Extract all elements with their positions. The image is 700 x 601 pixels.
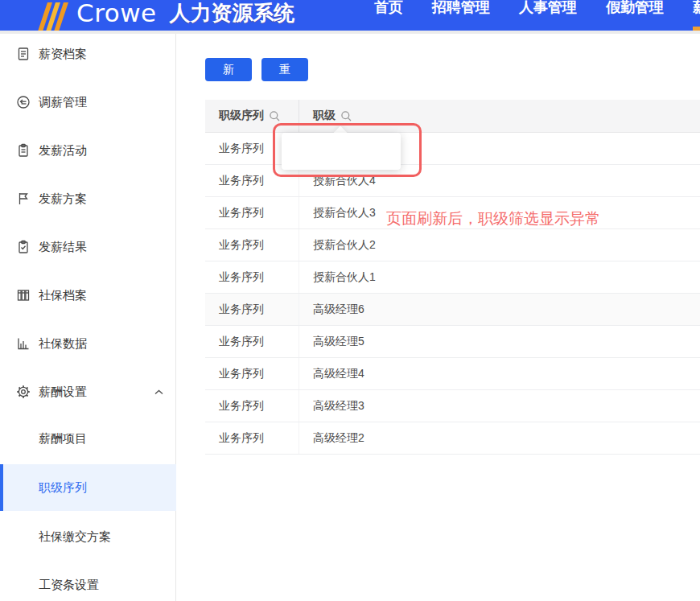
- column-header-level: 职级: [299, 100, 700, 133]
- reset-button[interactable]: 重置: [261, 58, 308, 81]
- bar-chart-icon: [16, 336, 31, 351]
- nav-item-salary-partial[interactable]: 薪: [693, 0, 700, 17]
- sidebar-item-label: 社保数据: [39, 336, 87, 352]
- cell-sequence: 业务序列: [205, 197, 299, 228]
- sidebar-item-label: 薪资档案: [39, 47, 87, 62]
- table-row[interactable]: 业务序列 授薪合伙人4: [205, 165, 700, 197]
- hr-system-app: Crowe 人力资源系统 首页 招聘管理 人事管理 假勤管理 薪 薪资档案: [0, 0, 700, 601]
- table-row[interactable]: 业务序列: [205, 133, 700, 165]
- table-row[interactable]: 业务序列 授薪合伙人2: [205, 229, 700, 261]
- archive-icon: [16, 288, 31, 303]
- cell-sequence: 业务序列: [205, 326, 299, 357]
- cell-level: 高级经理2: [299, 422, 700, 454]
- crowe-logo-icon: [36, 0, 68, 31]
- sidebar-subitem-label: 社保缴交方案: [39, 529, 111, 545]
- flag-icon: [16, 191, 31, 206]
- top-nav-menu: 首页 招聘管理 人事管理 假勤管理 薪: [374, 0, 700, 17]
- sidebar-item-label: 发薪方案: [39, 191, 87, 207]
- sidebar-subitem-label: 职级序列: [39, 480, 87, 496]
- search-filter-icon[interactable]: [269, 110, 281, 122]
- cell-level: 授薪合伙人1: [299, 261, 700, 293]
- sidebar: 薪资档案 调薪管理 发薪活动 发薪方案: [0, 34, 176, 601]
- cell-level: 高级经理3: [299, 390, 700, 422]
- sidebar-item-label: 社保档案: [39, 288, 87, 303]
- sidebar-item-label: 发薪结果: [39, 240, 87, 255]
- sidebar-item-label: 调薪管理: [39, 95, 87, 110]
- file-text-icon: [16, 47, 31, 61]
- table-row[interactable]: 业务序列 高级经理3: [205, 390, 700, 422]
- table-header: 职级序列 职级: [205, 100, 700, 133]
- cell-level: 授薪合伙人2: [299, 229, 700, 261]
- cell-sequence: 业务序列: [205, 358, 299, 389]
- sidebar-item-social-files[interactable]: 社保档案: [0, 279, 176, 311]
- column-header-label: 职级: [313, 109, 336, 123]
- brand: Crowe 人力资源系统: [36, 0, 295, 31]
- cell-level: 高级经理6: [299, 294, 700, 325]
- sidebar-item-label: 薪酬设置: [39, 385, 87, 400]
- table-row[interactable]: 业务序列 授薪合伙人1: [205, 261, 700, 294]
- cell-sequence: 业务序列: [205, 294, 299, 325]
- sidebar-item-salary-adjust[interactable]: 调薪管理: [0, 86, 176, 118]
- sidebar-item-social-data[interactable]: 社保数据: [0, 327, 176, 360]
- sidebar-subitem-job-level-sequence[interactable]: 职级序列: [0, 464, 176, 511]
- column-header-sequence: 职级序列: [205, 100, 299, 133]
- active-nav-indicator: [693, 27, 700, 31]
- column-header-label: 职级序列: [219, 109, 264, 123]
- nav-item-attendance[interactable]: 假勤管理: [606, 0, 664, 17]
- sidebar-subitem-social-payment-plan[interactable]: 社保缴交方案: [0, 521, 176, 553]
- cell-level: 高级经理4: [299, 358, 700, 389]
- cell-level: 高级经理5: [299, 326, 700, 357]
- cell-sequence: 业务序列: [205, 261, 299, 293]
- sidebar-subitem-label: 薪酬项目: [39, 431, 87, 447]
- add-button[interactable]: 新增: [205, 58, 252, 81]
- sidebar-item-salary-files[interactable]: 薪资档案: [0, 38, 176, 70]
- clipboard-icon: [16, 143, 31, 158]
- nav-item-recruit[interactable]: 招聘管理: [432, 0, 490, 17]
- cell-sequence: 业务序列: [205, 229, 299, 261]
- table-row[interactable]: 业务序列 高级经理4: [205, 358, 700, 390]
- nav-item-home[interactable]: 首页: [374, 0, 403, 17]
- sidebar-subitem-compensation-items[interactable]: 薪酬项目: [0, 422, 176, 455]
- chevron-up-icon: [154, 389, 163, 395]
- search-filter-icon[interactable]: [340, 110, 352, 122]
- sidebar-subitem-label: 工资条设置: [39, 578, 99, 593]
- top-navbar: Crowe 人力资源系统 首页 招聘管理 人事管理 假勤管理 薪: [0, 0, 700, 31]
- gear-icon: [16, 385, 31, 399]
- sidebar-item-label: 发薪活动: [39, 143, 87, 158]
- cell-sequence: 业务序列: [205, 390, 299, 422]
- sidebar-item-payroll-result[interactable]: 发薪结果: [0, 231, 176, 263]
- clipboard-check-icon: [16, 240, 31, 254]
- sidebar-item-payroll-plan[interactable]: 发薪方案: [0, 183, 176, 215]
- active-item-indicator: [0, 464, 3, 511]
- cell-sequence: 业务序列: [205, 422, 299, 454]
- main-content: 新增 重置 职级序列 职级 业务序列: [177, 34, 700, 601]
- sidebar-item-compensation-settings[interactable]: 薪酬设置: [0, 376, 176, 408]
- table-row[interactable]: 业务序列 高级经理2: [205, 422, 700, 455]
- table-row[interactable]: 业务序列 高级经理6: [205, 294, 700, 326]
- app-title: 人力资源系统: [170, 0, 295, 27]
- logo-text: Crowe: [76, 0, 157, 27]
- adjust-circle-icon: [16, 95, 31, 109]
- job-level-table: 职级序列 职级 业务序列 业务序列 授薪合伙人4: [205, 100, 700, 455]
- sidebar-subitem-payslip-settings[interactable]: 工资条设置: [0, 569, 176, 601]
- nav-item-personnel[interactable]: 人事管理: [519, 0, 577, 17]
- empty-filter-dropdown: [282, 133, 401, 170]
- table-row[interactable]: 业务序列 高级经理5: [205, 326, 700, 358]
- annotation-text: 页面刷新后，职级筛选显示异常: [386, 208, 600, 229]
- sidebar-item-payroll-activity[interactable]: 发薪活动: [0, 134, 176, 167]
